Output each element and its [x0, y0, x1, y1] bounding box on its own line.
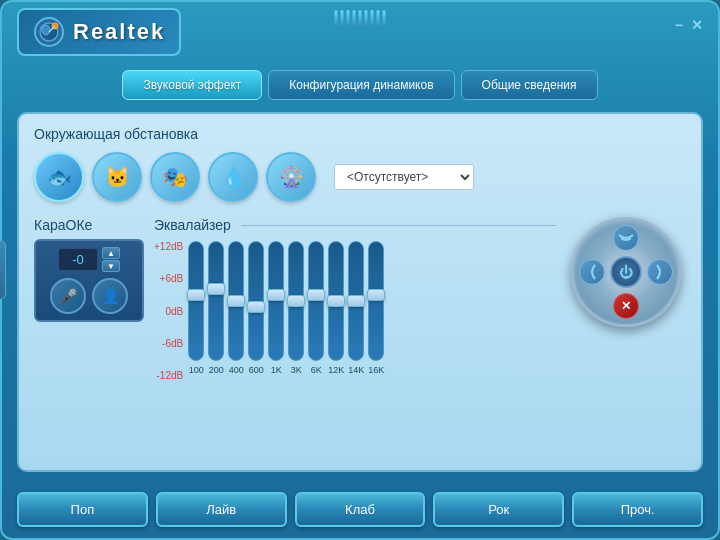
eq-slider-handle-400[interactable] — [227, 295, 245, 307]
ctrl-right-button[interactable] — [647, 259, 673, 285]
eq-db-labels: +12dB+6dB0dB-6dB-12dB — [154, 241, 188, 381]
eq-db-label-4: -12dB — [154, 370, 183, 381]
eq-slider-handle-16K[interactable] — [367, 289, 385, 301]
eq-sliders: 1002004006001K3K6K12K14K16K — [188, 241, 556, 381]
eq-slider-handle-200[interactable] — [207, 283, 225, 295]
eq-freq-label-600: 600 — [249, 365, 264, 375]
environment-row: 🐟 🐱 🎭 💧 🎡 <Отсутствует> — [34, 152, 686, 202]
eq-db-label-2: 0dB — [154, 306, 183, 317]
karaoke-section: КараОКе -0 ▲ ▼ 🎤 👤 — [34, 217, 144, 322]
logo-area: Realtek — [17, 8, 181, 56]
ctrl-mute-button[interactable]: ✕ — [613, 293, 639, 319]
control-pad-area: ⏻ ✕ — [566, 217, 686, 327]
karaoke-label: КараОКе — [34, 217, 144, 233]
eq-slider-track-6K[interactable] — [308, 241, 324, 361]
deco-line-3 — [353, 10, 356, 28]
eq-slider-track-600[interactable] — [248, 241, 264, 361]
eq-title: Эквалайзер — [154, 217, 231, 233]
karaoke-value-display: -0 — [58, 248, 98, 271]
preset-btn-club[interactable]: Клаб — [295, 492, 426, 527]
eq-freq-label-6K: 6K — [311, 365, 322, 375]
eq-db-label-3: -6dB — [154, 338, 183, 349]
eq-slider-col-6K: 6K — [308, 241, 324, 375]
karaoke-person-icon[interactable]: 👤 — [92, 278, 128, 314]
preset-btn-pop[interactable]: Поп — [17, 492, 148, 527]
realtek-logo-icon — [33, 16, 65, 48]
karaoke-icons: 🎤 👤 — [50, 278, 128, 314]
app-title: Realtek — [73, 19, 165, 45]
eq-slider-track-14K[interactable] — [348, 241, 364, 361]
karaoke-up-arrow[interactable]: ▲ — [102, 247, 120, 259]
eq-slider-col-200: 200 — [208, 241, 224, 375]
svg-point-2 — [42, 25, 50, 35]
env-icon-cat[interactable]: 🐱 — [92, 152, 142, 202]
eq-freq-label-14K: 14K — [348, 365, 364, 375]
deco-line-7 — [377, 10, 380, 28]
environment-select[interactable]: <Отсутствует> — [334, 164, 474, 190]
eq-slider-handle-100[interactable] — [187, 289, 205, 301]
eq-slider-handle-14K[interactable] — [347, 295, 365, 307]
eq-freq-label-16K: 16K — [368, 365, 384, 375]
ctrl-left-button[interactable] — [579, 259, 605, 285]
close-button[interactable]: ✕ — [691, 17, 703, 33]
side-handle — [0, 240, 6, 300]
eq-slider-track-100[interactable] — [188, 241, 204, 361]
eq-freq-label-12K: 12K — [328, 365, 344, 375]
deco-line-8 — [383, 10, 386, 28]
eq-freq-label-100: 100 — [189, 365, 204, 375]
tab-general-info[interactable]: Общие сведения — [461, 70, 598, 100]
tabs-area: Звуковой эффект Конфигурация динамиков О… — [2, 62, 718, 112]
eq-slider-handle-1K[interactable] — [267, 289, 285, 301]
environment-dropdown: <Отсутствует> — [334, 164, 474, 190]
equalizer-wrapper: КараОКе -0 ▲ ▼ 🎤 👤 — [34, 217, 686, 381]
main-content: Окружающая обстановка 🐟 🐱 🎭 💧 🎡 <Отсутст… — [17, 112, 703, 472]
eq-slider-handle-6K[interactable] — [307, 289, 325, 301]
preset-btn-other[interactable]: Проч. — [572, 492, 703, 527]
eq-slider-col-16K: 16K — [368, 241, 384, 375]
eq-slider-handle-3K[interactable] — [287, 295, 305, 307]
eq-slider-col-1K: 1K — [268, 241, 284, 375]
title-bar: Realtek − ✕ — [2, 2, 718, 62]
title-bar-controls: − ✕ — [675, 17, 703, 33]
preset-btn-rock[interactable]: Рок — [433, 492, 564, 527]
minimize-button[interactable]: − — [675, 17, 683, 33]
eq-db-label-0: +12dB — [154, 241, 183, 252]
tab-speaker-config[interactable]: Конфигурация динамиков — [268, 70, 454, 100]
eq-line — [241, 225, 556, 226]
ctrl-up-button[interactable] — [613, 225, 639, 251]
eq-label-row: Эквалайзер — [154, 217, 556, 233]
eq-slider-col-14K: 14K — [348, 241, 364, 375]
karaoke-mic-icon[interactable]: 🎤 — [50, 278, 86, 314]
env-icon-wave[interactable]: 💧 — [208, 152, 258, 202]
deco-line-2 — [347, 10, 350, 28]
eq-slider-col-3K: 3K — [288, 241, 304, 375]
eq-slider-col-100: 100 — [188, 241, 204, 375]
ctrl-power-button[interactable]: ⏻ — [610, 256, 642, 288]
eq-sliders-area: 1002004006001K3K6K12K14K16K — [188, 241, 556, 381]
karaoke-down-arrow[interactable]: ▼ — [102, 260, 120, 272]
app-window: Realtek − ✕ Звуковой эффект Конфигурация… — [0, 0, 720, 540]
eq-freq-label-1K: 1K — [271, 365, 282, 375]
preset-bar: ПопЛайвКлабРокПроч. — [2, 482, 718, 535]
karaoke-value-row: -0 ▲ ▼ — [58, 247, 120, 272]
eq-freq-label-200: 200 — [209, 365, 224, 375]
eq-slider-track-16K[interactable] — [368, 241, 384, 361]
eq-slider-track-1K[interactable] — [268, 241, 284, 361]
karaoke-box: -0 ▲ ▼ 🎤 👤 — [34, 239, 144, 322]
deco-line-1 — [341, 10, 344, 28]
env-icon-record[interactable]: 🎡 — [266, 152, 316, 202]
eq-slider-track-12K[interactable] — [328, 241, 344, 361]
env-icon-spiral[interactable]: 🎭 — [150, 152, 200, 202]
env-icon-fish[interactable]: 🐟 — [34, 152, 84, 202]
eq-slider-col-12K: 12K — [328, 241, 344, 375]
preset-btn-live[interactable]: Лайв — [156, 492, 287, 527]
eq-slider-track-400[interactable] — [228, 241, 244, 361]
eq-slider-handle-600[interactable] — [247, 301, 265, 313]
tab-sound-effect[interactable]: Звуковой эффект — [122, 70, 262, 100]
eq-slider-track-200[interactable] — [208, 241, 224, 361]
eq-slider-track-3K[interactable] — [288, 241, 304, 361]
karaoke-arrows: ▲ ▼ — [102, 247, 120, 272]
control-pad: ⏻ ✕ — [571, 217, 681, 327]
eq-slider-handle-12K[interactable] — [327, 295, 345, 307]
deco-line-6 — [371, 10, 374, 28]
